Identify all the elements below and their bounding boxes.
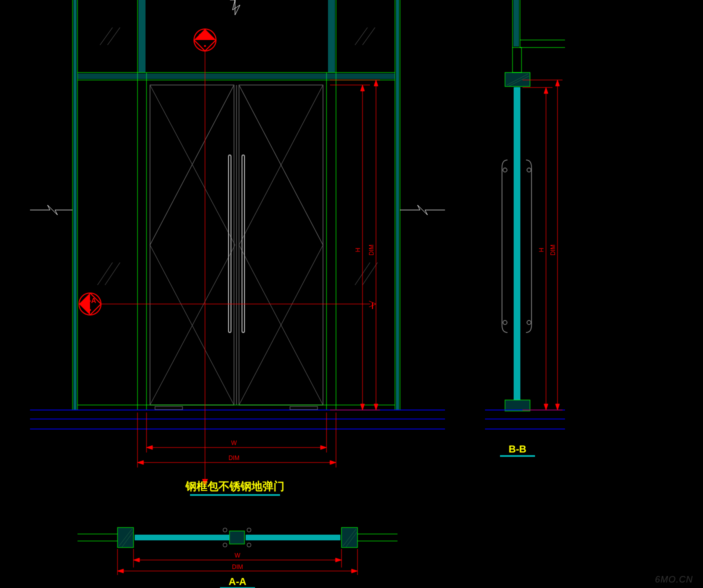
svg-rect-12	[328, 0, 335, 72]
svg-rect-82	[514, 0, 519, 46]
svg-rect-34	[290, 406, 318, 410]
elevation-dim-w: W	[231, 440, 237, 446]
section-aa-dim-w: W	[234, 552, 240, 559]
main-title: 钢框包不锈钢地弹门	[185, 480, 284, 492]
svg-point-65	[247, 528, 251, 532]
svg-rect-27	[242, 155, 244, 332]
svg-line-20	[98, 262, 112, 285]
watermark: 6MO.CN	[655, 574, 693, 584]
svg-rect-6	[396, 0, 399, 410]
svg-point-91	[503, 320, 507, 324]
section-aa-dim-dim: DIM	[232, 564, 243, 570]
section-marker-bb: B-B	[194, 29, 216, 486]
svg-point-92	[527, 320, 531, 324]
svg-point-63	[223, 528, 227, 532]
section-aa-title: A-A	[228, 576, 246, 587]
section-bb-marker-text: B-B	[199, 32, 212, 40]
svg-point-90	[527, 168, 531, 172]
svg-rect-88	[505, 400, 530, 411]
svg-point-64	[223, 543, 227, 547]
svg-rect-26	[228, 155, 231, 332]
section-aa-marker-text: A-A	[84, 296, 96, 304]
svg-line-19	[362, 28, 375, 45]
svg-rect-61	[135, 535, 229, 540]
svg-rect-11	[138, 0, 146, 72]
svg-point-89	[503, 168, 507, 172]
elevation-view: B-B A-A	[30, 0, 445, 495]
svg-rect-62	[246, 535, 340, 540]
elevation-dim-dim: DIM	[228, 454, 240, 462]
svg-line-16	[100, 28, 112, 45]
svg-rect-25	[239, 85, 323, 405]
svg-rect-24	[150, 85, 234, 405]
elevation-dim-dim-v: DIM	[368, 244, 375, 256]
section-aa-view: W DIM A-A	[78, 528, 398, 588]
svg-rect-33	[155, 406, 182, 410]
svg-line-17	[108, 28, 120, 45]
svg-line-23	[362, 262, 378, 285]
svg-rect-15	[78, 74, 395, 79]
cad-drawing: B-B A-A	[0, 0, 703, 588]
section-marker-aa: A-A	[79, 293, 376, 315]
svg-rect-5	[74, 0, 76, 410]
elevation-dim-h: H	[354, 248, 362, 252]
section-bb-title: B-B	[508, 444, 526, 454]
section-bb-dim-h: H	[538, 248, 545, 252]
svg-line-21	[105, 262, 120, 285]
svg-point-66	[247, 543, 251, 547]
svg-rect-87	[514, 88, 520, 400]
svg-rect-86	[512, 48, 522, 72]
section-bb-dim-dim: DIM	[550, 244, 556, 256]
svg-rect-60	[230, 531, 244, 544]
svg-line-18	[355, 28, 368, 45]
section-bb-view: H DIM B-B	[485, 0, 565, 456]
